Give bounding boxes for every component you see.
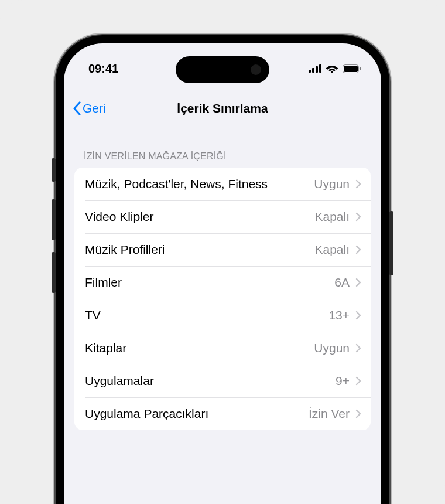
row-value: 9+ [336, 374, 350, 388]
side-button-silent [52, 158, 56, 182]
row-label: Kitaplar [85, 341, 314, 355]
row-label: Uygulama Parçacıkları [85, 407, 309, 421]
chevron-right-icon [355, 311, 361, 320]
row-value: Kapalı [314, 243, 350, 257]
side-button-volume-up [52, 199, 56, 240]
side-button-volume-down [52, 252, 56, 293]
canvas: 09:41 [0, 0, 445, 504]
svg-rect-2 [316, 66, 318, 73]
section-header: İZİN VERİLEN MAĞAZA İÇERİĞİ [74, 137, 371, 168]
status-time: 09:41 [88, 62, 118, 76]
svg-rect-7 [360, 67, 361, 70]
row-value: İzin Ver [309, 407, 350, 421]
row-apps[interactable]: Uygulamalar 9+ [74, 365, 371, 397]
content-area: İZİN VERİLEN MAĞAZA İÇERİĞİ Müzik, Podca… [64, 137, 381, 430]
chevron-right-icon [355, 409, 361, 418]
chevron-right-icon [355, 212, 361, 222]
cellular-icon [309, 64, 321, 73]
side-button-power [389, 211, 393, 275]
row-app-clips[interactable]: Uygulama Parçacıkları İzin Ver [74, 397, 371, 430]
svg-point-4 [331, 71, 333, 73]
row-label: Uygulamalar [85, 374, 336, 388]
wifi-icon [326, 64, 338, 73]
row-value: Kapalı [314, 210, 350, 224]
chevron-right-icon [355, 245, 361, 254]
chevron-right-icon [355, 376, 361, 386]
row-music-podcasts-news-fitness[interactable]: Müzik, Podcast'ler, News, Fitness Uygun [74, 168, 371, 200]
status-icons [309, 64, 361, 73]
nav-bar: Geri İçerik Sınırlama [64, 94, 381, 123]
row-label: Video Klipler [85, 210, 314, 224]
chevron-right-icon [355, 343, 361, 353]
chevron-left-icon [72, 101, 81, 115]
dynamic-island [176, 56, 269, 83]
back-label: Geri [83, 101, 106, 115]
row-value: Uygun [314, 341, 350, 355]
chevron-right-icon [355, 278, 361, 287]
chevron-right-icon [355, 179, 361, 189]
svg-rect-6 [344, 66, 358, 72]
phone-frame: 09:41 [56, 35, 389, 504]
row-tv[interactable]: TV 13+ [74, 299, 371, 332]
battery-icon [343, 64, 361, 73]
back-button[interactable]: Geri [72, 101, 106, 115]
row-value: Uygun [314, 177, 350, 191]
svg-rect-1 [312, 68, 314, 73]
settings-list: Müzik, Podcast'ler, News, Fitness Uygun … [74, 168, 371, 430]
svg-rect-0 [309, 70, 311, 73]
phone-screen: 09:41 [64, 43, 381, 504]
row-films[interactable]: Filmler 6A [74, 266, 371, 299]
row-label: Filmler [85, 275, 334, 290]
row-music-profiles[interactable]: Müzik Profilleri Kapalı [74, 233, 371, 266]
row-books[interactable]: Kitaplar Uygun [74, 332, 371, 365]
row-video-clips[interactable]: Video Klipler Kapalı [74, 200, 371, 233]
row-label: Müzik, Podcast'ler, News, Fitness [85, 177, 314, 191]
svg-rect-3 [319, 64, 321, 73]
row-value: 6A [334, 275, 350, 290]
page-title: İçerik Sınırlama [177, 101, 268, 115]
row-label: TV [85, 308, 328, 322]
row-value: 13+ [328, 308, 350, 322]
row-label: Müzik Profilleri [85, 243, 314, 257]
